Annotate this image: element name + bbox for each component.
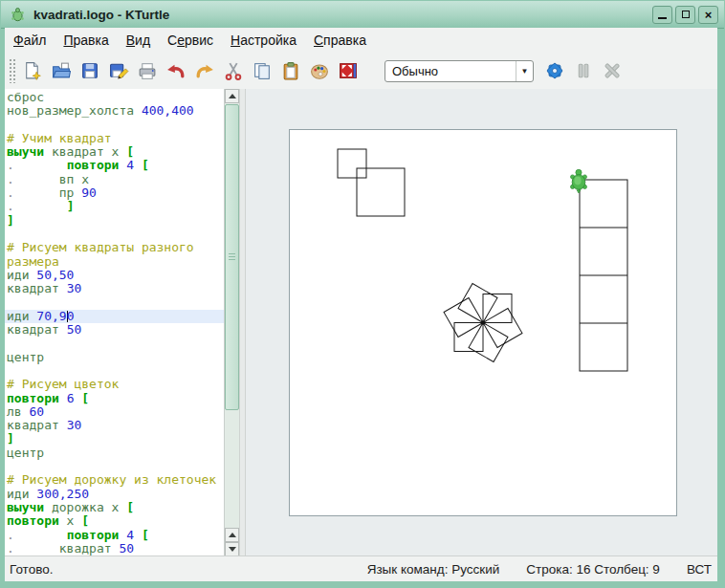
cut-button[interactable] (221, 58, 246, 84)
code-line: повтори 6 [ (5, 392, 224, 405)
fullscreen-icon (338, 60, 359, 81)
turtle-canvas (289, 129, 677, 516)
undo-button[interactable] (164, 58, 188, 84)
code-line: нов_размер_холста 400,400 (5, 104, 224, 118)
print-icon (137, 60, 158, 81)
status-right: Язык команд: Русский Строка: 16 Столбец:… (367, 562, 717, 577)
status-line-col: Строка: 16 Столбец: 9 (526, 562, 660, 577)
code-line: квадрат 30 (5, 282, 224, 295)
code-line: . повтори 4 [ (5, 159, 224, 172)
code-line (5, 119, 224, 132)
code-line: # Рисуем дорожку из клеточек (5, 473, 224, 487)
code-line: . вп x (5, 173, 224, 186)
code-line (5, 337, 224, 350)
scroll-up-button-bottom[interactable] (225, 528, 239, 542)
paste-button[interactable] (278, 58, 303, 84)
editor-scrollbar[interactable] (224, 89, 239, 556)
undo-icon (165, 60, 187, 81)
titlebar[interactable]: kvadrati.logo - KTurtle × (1, 1, 724, 29)
redo-button[interactable] (192, 58, 217, 84)
status-language: Язык команд: Русский (367, 562, 500, 577)
status-insert-mode: ВСТ (687, 562, 712, 577)
arrow-down-icon (229, 547, 236, 552)
maximize-icon (682, 11, 690, 18)
palette-icon (309, 60, 330, 81)
menu-item-help[interactable]: Справка (305, 30, 375, 51)
stop-button[interactable] (600, 58, 625, 84)
menu-item-edit[interactable]: Правка (55, 30, 117, 51)
code-line: иди 300,250 (5, 488, 224, 501)
open-file-icon (51, 60, 72, 81)
code-editor[interactable]: сброснов_размер_холста 400,400# Учим ква… (5, 89, 224, 556)
status-message: Готово. (5, 562, 367, 577)
main-area: сброснов_размер_холста 400,400# Учим ква… (5, 89, 717, 556)
save-button[interactable] (77, 58, 102, 84)
save-as-button[interactable] (106, 58, 131, 84)
fullscreen-button[interactable] (336, 58, 361, 84)
open-file-button[interactable] (49, 58, 74, 84)
scrollbar-thumb[interactable] (225, 104, 239, 410)
new-file-button[interactable] (20, 58, 45, 84)
arrow-up-icon (229, 533, 236, 537)
code-line: ] (5, 214, 224, 228)
code-line: . повтори 4 [ (5, 529, 224, 542)
menu-item-settings[interactable]: Настройка (222, 30, 305, 51)
chevron-down-icon[interactable]: ▼ (516, 61, 533, 81)
menu-item-tools[interactable]: Сервис (159, 30, 222, 51)
toolbar: Обычно ▼ (5, 53, 717, 90)
speed-selector-value: Обычно (385, 64, 516, 78)
statusbar: Готово. Язык команд: Русский Строка: 16 … (5, 555, 717, 581)
code-line: выучи квадрат x [ (5, 145, 224, 159)
cut-icon (223, 60, 244, 81)
copy-button[interactable] (250, 58, 275, 84)
code-line (5, 460, 224, 473)
code-line: квадрат 50 (5, 323, 224, 337)
menu-item-view[interactable]: Вид (118, 30, 159, 51)
code-line: иди 50,50 (5, 269, 224, 282)
code-line: . пр 90 (5, 186, 224, 200)
canvas-viewport (246, 89, 717, 556)
speed-selector[interactable]: Обычно ▼ (384, 60, 534, 82)
maximize-button[interactable] (675, 6, 695, 24)
close-button[interactable]: × (698, 6, 718, 24)
code-line: центр (5, 446, 224, 460)
code-line: # Рисуем цветок (5, 378, 224, 391)
color-picker-button[interactable] (307, 58, 332, 84)
code-line: # Учим квадрат (5, 132, 224, 145)
redo-icon (194, 60, 215, 81)
splitter-handle[interactable] (239, 89, 246, 556)
run-button[interactable] (542, 58, 567, 84)
minimize-icon (658, 17, 667, 19)
run-gear-icon (544, 60, 565, 81)
menubar: ФайлПравкаВидСервисНастройкаСправка (5, 28, 717, 54)
code-line: повтори x [ (5, 514, 224, 528)
turtle-sprite (571, 169, 587, 193)
save-as-icon (108, 60, 129, 81)
code-line: центр (5, 351, 224, 364)
copy-icon (252, 60, 273, 81)
menu-item-file[interactable]: Файл (5, 30, 55, 51)
minimize-button[interactable] (652, 6, 672, 24)
canvas-drawing (290, 130, 676, 515)
close-icon: × (705, 9, 713, 21)
stop-icon (602, 60, 623, 81)
code-line (5, 364, 224, 378)
paste-icon (280, 60, 301, 81)
print-button[interactable] (135, 58, 160, 84)
pause-icon (573, 60, 594, 81)
code-line: # Рисуем квадраты разного (5, 241, 224, 254)
code-line: ] (5, 432, 224, 446)
code-line-current: иди 70,90 (5, 310, 224, 323)
code-line (5, 228, 224, 241)
pause-button[interactable] (571, 58, 596, 84)
code-line: размера (5, 255, 224, 269)
arrow-up-icon (229, 94, 236, 98)
code-line: лв 60 (5, 405, 224, 419)
code-line: сброс (5, 91, 224, 104)
scroll-down-button[interactable] (225, 542, 239, 556)
window-title: kvadrati.logo - KTurtle (33, 8, 649, 22)
toolbar-handle[interactable] (9, 58, 16, 83)
save-icon (79, 60, 100, 81)
code-line: квадрат 30 (5, 419, 224, 432)
scroll-up-button[interactable] (225, 89, 239, 103)
